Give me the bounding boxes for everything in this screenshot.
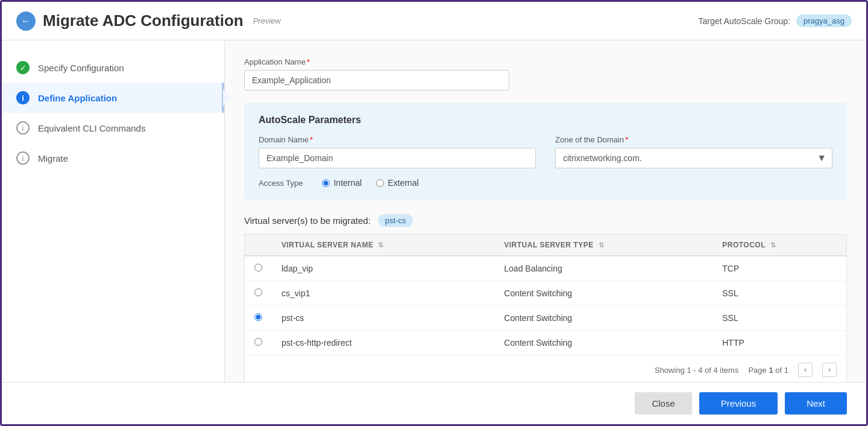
sidebar: ✓ Specify Configuration i Define Applica… — [2, 40, 225, 382]
pagination-prev-btn[interactable]: ‹ — [798, 363, 813, 377]
vs-protocol-1: SSL — [712, 281, 846, 306]
close-button[interactable]: Close — [635, 392, 691, 415]
vs-name-0: ldap_vip — [272, 256, 494, 281]
step-icon-specify: ✓ — [16, 61, 30, 74]
back-button[interactable]: ← — [16, 11, 36, 31]
th-select — [245, 235, 272, 256]
radio-cell-2[interactable] — [245, 306, 272, 331]
vs-type-1: Content Switching — [494, 281, 712, 306]
header: ← Migrate ADC Configuration Preview Targ… — [2, 2, 866, 40]
domain-zone-row: Domain Name* Zone of the Domain* citrixn… — [259, 135, 832, 168]
autoscale-title: AutoScale Parameters — [259, 115, 832, 126]
sort-protocol-icon: ⇅ — [770, 241, 776, 249]
vs-name-1: cs_vip1 — [272, 281, 494, 306]
zone-select[interactable]: citrixnetworking.com. — [555, 148, 832, 168]
vs-radio-2[interactable] — [254, 313, 262, 321]
th-type: VIRTUAL SERVER TYPE ⇅ — [494, 235, 712, 256]
footer: Close Previous Next — [2, 382, 866, 424]
pagination-next-btn[interactable]: › — [822, 363, 837, 377]
sidebar-label-specify: Specify Configuration — [38, 63, 124, 73]
th-protocol: PROTOCOL ⇅ — [712, 235, 846, 256]
main-content: Application Name* AutoScale Parameters D… — [225, 40, 866, 382]
sidebar-label-migrate: Migrate — [38, 153, 68, 164]
app-name-label: Application Name* — [244, 57, 847, 66]
access-type-row: Access Type Internal External — [259, 178, 832, 188]
sidebar-item-migrate[interactable]: i Migrate — [2, 143, 224, 173]
vs-protocol-3: HTTP — [712, 331, 846, 355]
table-row: ldap_vipLoad BalancingTCP — [245, 256, 847, 281]
vs-type-0: Load Balancing — [494, 256, 712, 281]
target-label: Target AutoScale Group: — [699, 16, 791, 26]
sidebar-item-define[interactable]: i Define Application — [2, 83, 224, 113]
vs-name-3: pst-cs-http-redirect — [272, 331, 494, 355]
app-name-field: Application Name* — [244, 57, 847, 91]
sort-type-icon: ⇅ — [599, 241, 605, 249]
radio-internal-label: Internal — [333, 178, 362, 188]
sidebar-label-cli: Equivalent CLI Commands — [38, 123, 145, 133]
sidebar-item-cli[interactable]: i Equivalent CLI Commands — [2, 113, 224, 143]
autoscale-parameters: AutoScale Parameters Domain Name* Zone o… — [244, 103, 847, 200]
vs-name-2: pst-cs — [272, 306, 494, 331]
step-icon-define: i — [16, 91, 30, 104]
vs-type-3: Content Switching — [494, 331, 712, 355]
req-star-zone: * — [625, 135, 628, 144]
table-header-row: VIRTUAL SERVER NAME ⇅ VIRTUAL SERVER TYP… — [245, 235, 847, 256]
table-row: cs_vip1Content SwitchingSSL — [245, 281, 847, 306]
vs-protocol-2: SSL — [712, 306, 846, 331]
app-name-input[interactable] — [244, 70, 509, 91]
header-left: ← Migrate ADC Configuration Preview — [16, 11, 281, 31]
pagination-showing: Showing 1 - 4 of 4 items — [655, 366, 738, 375]
radio-internal-input[interactable] — [322, 179, 330, 187]
vs-protocol-0: TCP — [712, 256, 846, 281]
table-row: pst-cs-http-redirectContent SwitchingHTT… — [245, 331, 847, 355]
previous-button[interactable]: Previous — [699, 392, 778, 415]
domain-name-field: Domain Name* — [259, 135, 536, 168]
radio-external-input[interactable] — [376, 179, 384, 187]
vs-tag-badge: pst-cs — [378, 214, 414, 227]
table-row: pst-csContent SwitchingSSL — [245, 306, 847, 331]
step-icon-migrate: i — [16, 151, 30, 165]
sidebar-item-specify[interactable]: ✓ Specify Configuration — [2, 52, 224, 83]
pagination-row: Showing 1 - 4 of 4 items Page 1 of 1 ‹ › — [244, 355, 847, 382]
req-star-app: * — [307, 57, 310, 66]
vs-header-row: Virtual server(s) to be migrated: pst-cs — [244, 214, 847, 227]
main-window: ← Migrate ADC Configuration Preview Targ… — [0, 0, 868, 426]
domain-name-input[interactable] — [259, 148, 536, 168]
radio-internal[interactable]: Internal — [322, 178, 362, 188]
zone-field: Zone of the Domain* citrixnetworking.com… — [555, 135, 832, 168]
th-name: VIRTUAL SERVER NAME ⇅ — [272, 235, 494, 256]
body: ✓ Specify Configuration i Define Applica… — [2, 40, 866, 382]
next-button[interactable]: Next — [785, 392, 847, 415]
req-star-domain: * — [310, 135, 313, 144]
vs-radio-3[interactable] — [254, 338, 262, 346]
active-arrow — [223, 89, 231, 106]
radio-cell-0[interactable] — [245, 256, 272, 281]
radio-external[interactable]: External — [376, 178, 418, 188]
sort-name-icon: ⇅ — [378, 241, 384, 249]
current-page: 1 — [769, 366, 773, 375]
sidebar-label-define: Define Application — [38, 93, 117, 103]
total-pages: 1 — [784, 366, 788, 375]
vs-radio-1[interactable] — [254, 288, 262, 296]
step-icon-cli: i — [16, 121, 30, 135]
preview-badge: Preview — [253, 16, 281, 25]
zone-select-wrapper: citrixnetworking.com. ▼ — [555, 148, 832, 168]
access-type-label: Access Type — [259, 179, 303, 188]
vs-header-label: Virtual server(s) to be migrated: — [244, 215, 371, 226]
target-value: pragya_asg — [796, 14, 852, 27]
vs-table: VIRTUAL SERVER NAME ⇅ VIRTUAL SERVER TYP… — [244, 234, 847, 355]
zone-label: Zone of the Domain* — [555, 135, 832, 144]
radio-cell-1[interactable] — [245, 281, 272, 306]
radio-cell-3[interactable] — [245, 331, 272, 355]
domain-name-label: Domain Name* — [259, 135, 536, 144]
vs-type-2: Content Switching — [494, 306, 712, 331]
radio-external-label: External — [388, 178, 418, 188]
pagination-page-text: Page 1 of 1 — [748, 366, 788, 375]
vs-radio-0[interactable] — [254, 264, 262, 272]
virtual-servers-section: Virtual server(s) to be migrated: pst-cs… — [244, 214, 847, 382]
page-title: Migrate ADC Configuration — [43, 11, 244, 30]
header-right: Target AutoScale Group: pragya_asg — [699, 14, 852, 27]
